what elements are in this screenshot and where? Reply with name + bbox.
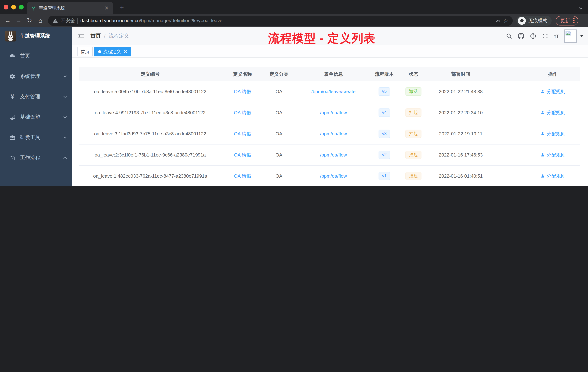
font-size-icon[interactable]: TT bbox=[554, 33, 559, 39]
sidebar: 芋道管理系统 首页 系统管理 ¥ 支付 bbox=[0, 27, 72, 186]
url-path: /bpm/manager/definition?key=oa_leave bbox=[140, 18, 222, 23]
operation-cell: 分配规则 bbox=[526, 123, 580, 144]
dashboard-icon bbox=[9, 53, 16, 59]
definition-table: 定义编号 定义名称 定义分类 表单信息 流程版本 状态 部署时间 操作 oa_l… bbox=[79, 67, 580, 186]
column-header-deploy-time: 部署时间 bbox=[431, 71, 490, 77]
tag-process-definition[interactable]: 流程定义 ✕ bbox=[94, 47, 131, 56]
user-icon bbox=[540, 174, 545, 178]
user-icon bbox=[540, 131, 545, 136]
definition-name-link[interactable]: OA 请假 bbox=[234, 110, 251, 115]
reload-icon[interactable]: ↻ bbox=[24, 17, 35, 24]
fullscreen-icon[interactable] bbox=[542, 33, 548, 39]
operation-cell: 分配规则 bbox=[526, 144, 580, 165]
sidebar-logo[interactable]: 芋道管理系统 bbox=[0, 27, 72, 45]
tab-search-chevron-icon[interactable] bbox=[578, 5, 583, 12]
sidebar-item-home[interactable]: 首页 bbox=[0, 46, 72, 66]
assign-rule-link[interactable]: 分配规则 bbox=[540, 131, 566, 137]
table-row: oa_leave:5:004b710b-7b8a-11ec-8ef0-acde4… bbox=[79, 81, 580, 102]
definition-name-link[interactable]: OA 请假 bbox=[234, 152, 251, 157]
table-row: oa_leave:1:482ec033-762a-11ec-8477-a2380… bbox=[79, 166, 580, 186]
definition-name-link[interactable]: OA 请假 bbox=[234, 131, 251, 136]
operation-cell: 分配规则 bbox=[526, 166, 580, 186]
tag-home[interactable]: 首页 bbox=[77, 47, 93, 56]
github-icon[interactable] bbox=[518, 33, 524, 39]
browser-window: 芋道管理系统 ✕ + ← → ↻ ⌂ 不安全 dashboard.yudao.i… bbox=[0, 0, 588, 186]
browser-update-button[interactable]: 更新 ••• bbox=[556, 16, 578, 25]
update-label[interactable]: 更新 bbox=[560, 17, 570, 24]
sidebar-item-workflow[interactable]: 工作流程 bbox=[0, 148, 72, 168]
warning-icon bbox=[52, 18, 58, 23]
column-header-status: 状态 bbox=[396, 71, 431, 77]
definition-category: OA bbox=[264, 152, 294, 158]
definition-name-link[interactable]: OA 请假 bbox=[234, 89, 251, 94]
app-title: 芋道管理系统 bbox=[20, 33, 50, 39]
back-icon[interactable]: ← bbox=[2, 17, 13, 24]
assign-rule-link[interactable]: 分配规则 bbox=[540, 173, 566, 179]
avatar[interactable] bbox=[564, 30, 577, 43]
minimize-window-button[interactable] bbox=[11, 5, 16, 10]
maximize-window-button[interactable] bbox=[19, 5, 24, 10]
definition-category: OA bbox=[264, 131, 294, 136]
sidebar-item-label: 工作流程 bbox=[20, 155, 59, 161]
sidebar-item-system[interactable]: 系统管理 bbox=[0, 66, 72, 87]
hamburger-icon[interactable] bbox=[77, 33, 85, 40]
url-text[interactable]: dashboard.yudao.iocoder.cn/bpm/manager/d… bbox=[80, 18, 492, 23]
tab-close-icon[interactable]: ✕ bbox=[104, 5, 109, 11]
sidebar-item-devtools[interactable]: 研发工具 bbox=[0, 127, 72, 148]
search-icon[interactable] bbox=[506, 33, 512, 39]
user-icon bbox=[540, 153, 545, 157]
tag-close-icon[interactable]: ✕ bbox=[124, 49, 127, 54]
sidebar-item-label: 研发工具 bbox=[20, 134, 59, 141]
operation-cell: 分配规则 bbox=[526, 81, 580, 102]
address-bar[interactable]: 不安全 dashboard.yudao.iocoder.cn/bpm/manag… bbox=[48, 15, 513, 26]
browser-menu-icon[interactable]: ••• bbox=[573, 17, 575, 24]
deploy-time: 2022-01-22 21:48:38 bbox=[431, 89, 490, 94]
forward-icon[interactable]: → bbox=[13, 17, 24, 24]
form-link[interactable]: /bpm/oa/flow bbox=[320, 152, 347, 158]
status-badge: 挂起 bbox=[405, 172, 421, 180]
column-header-name: 定义名称 bbox=[221, 71, 264, 77]
security-label[interactable]: 不安全 bbox=[61, 17, 75, 24]
form-link[interactable]: /bpm/oa/leave/create bbox=[311, 89, 356, 94]
sidebar-item-label: 支付管理 bbox=[20, 94, 59, 100]
assign-rule-link[interactable]: 分配规则 bbox=[540, 109, 566, 116]
breadcrumb-home[interactable]: 首页 bbox=[91, 33, 101, 39]
key-icon[interactable] bbox=[495, 18, 501, 23]
definition-name-link[interactable]: OA 请假 bbox=[234, 173, 251, 178]
close-window-button[interactable] bbox=[4, 5, 8, 10]
bookmark-star-icon[interactable]: ☆ bbox=[503, 18, 508, 23]
browser-toolbar: ← → ↻ ⌂ 不安全 dashboard.yudao.iocoder.cn/b… bbox=[0, 14, 588, 27]
assign-rule-link[interactable]: 分配规则 bbox=[540, 152, 566, 158]
help-icon[interactable] bbox=[530, 33, 536, 39]
annotation-overlay: 流程模型 - 定义列表 bbox=[231, 31, 413, 47]
content-area: 首页 / 流程定义 流程模型 - 定义列表 bbox=[72, 27, 588, 186]
caret-down-icon[interactable] bbox=[580, 35, 584, 37]
sidebar-item-infra[interactable]: 基础设施 bbox=[0, 107, 72, 127]
assign-rule-link[interactable]: 分配规则 bbox=[540, 88, 566, 95]
home-icon[interactable]: ⌂ bbox=[35, 17, 46, 24]
version-badge: v3 bbox=[378, 129, 390, 138]
navbar-actions: TT bbox=[506, 27, 584, 45]
column-header-operation: 操作 bbox=[526, 67, 580, 81]
browser-tab[interactable]: 芋道管理系统 ✕ bbox=[27, 2, 113, 14]
table-header-row: 定义编号 定义名称 定义分类 表单信息 流程版本 状态 部署时间 操作 bbox=[79, 67, 580, 81]
version-badge: v4 bbox=[378, 108, 390, 117]
logo-avatar bbox=[5, 31, 16, 42]
definition-id: oa_leave:1:482ec033-762a-11ec-8477-a2380… bbox=[79, 173, 221, 179]
status-badge: 挂起 bbox=[405, 129, 421, 138]
chevron-down-icon bbox=[63, 115, 67, 119]
sidebar-item-payment[interactable]: ¥ 支付管理 bbox=[0, 87, 72, 107]
chevron-down-icon bbox=[63, 74, 67, 79]
user-icon bbox=[540, 89, 545, 94]
column-header-version: 流程版本 bbox=[373, 71, 396, 77]
chevron-down-icon bbox=[63, 95, 67, 99]
deploy-time: 2022-01-22 20:34:10 bbox=[431, 110, 490, 115]
top-navbar: 首页 / 流程定义 流程模型 - 定义列表 bbox=[72, 27, 588, 45]
form-link[interactable]: /bpm/oa/flow bbox=[320, 173, 347, 179]
status-badge: 挂起 bbox=[405, 151, 421, 159]
form-link[interactable]: /bpm/oa/flow bbox=[320, 110, 347, 115]
version-badge: v5 bbox=[378, 87, 390, 96]
tab-title: 芋道管理系统 bbox=[39, 5, 101, 11]
form-link[interactable]: /bpm/oa/flow bbox=[320, 131, 347, 136]
new-tab-button[interactable]: + bbox=[120, 4, 124, 11]
